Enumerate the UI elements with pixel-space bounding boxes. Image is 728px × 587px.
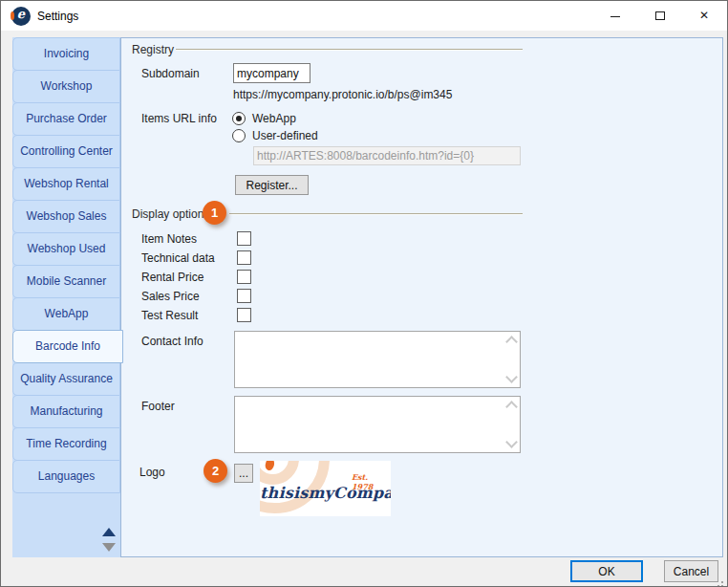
display-options-group-title: Display options: [132, 207, 209, 221]
user-defined-url-input[interactable]: [253, 146, 521, 165]
sidebar-item-webshop-rental[interactable]: Webshop Rental: [12, 167, 120, 201]
sidebar-item-webapp[interactable]: WebApp: [12, 297, 120, 331]
maximize-button[interactable]: [638, 1, 682, 31]
sidebar-item-mobile-scanner[interactable]: Mobile Scanner: [12, 265, 120, 298]
contact-info-label: Contact Info: [141, 335, 203, 348]
app-logo-letter: e: [17, 7, 25, 21]
sidebar-item-barcode-info[interactable]: Barcode Info: [12, 330, 123, 363]
cancel-button[interactable]: Cancel: [664, 560, 718, 582]
sidebar-item-webshop-sales[interactable]: Webshop Sales: [12, 200, 120, 233]
footer-scroll-down-icon[interactable]: [507, 440, 516, 448]
footer-label: Footer: [141, 400, 175, 413]
window-title: Settings: [37, 10, 78, 23]
minimize-button[interactable]: [593, 1, 637, 31]
logo-browse-button[interactable]: ...: [234, 464, 253, 483]
minimize-icon: [610, 16, 620, 17]
sidebar-item-languages[interactable]: Languages: [12, 460, 120, 493]
close-button[interactable]: ✕: [682, 1, 726, 31]
sidebar-item-workshop[interactable]: Workshop: [12, 70, 120, 103]
user-defined-radio-label: User-defined: [252, 129, 318, 142]
register-button[interactable]: Register...: [235, 175, 309, 195]
resize-grip[interactable]: [714, 581, 716, 583]
rental-price-checkbox[interactable]: [237, 270, 251, 284]
contact-info-scroll-up-icon[interactable]: [507, 336, 516, 344]
contact-info-scroll-down-icon[interactable]: [507, 375, 516, 383]
registry-group-title: Registry: [132, 43, 174, 56]
sidebar-item-time-recording[interactable]: Time Recording: [12, 427, 120, 461]
items-url-info-label: Items URL info: [141, 112, 217, 125]
sidebar-item-controlling-center[interactable]: Controlling Center: [12, 135, 120, 168]
sidebar-item-purchase-order[interactable]: Purchase Order: [12, 102, 120, 136]
sales-price-checkbox[interactable]: [237, 289, 251, 303]
subdomain-label: Subdomain: [141, 67, 200, 80]
sidebar-item-invoicing[interactable]: Invoicing: [12, 37, 120, 71]
rental-price-label: Rental Price: [141, 271, 203, 284]
contact-info-textarea[interactable]: [234, 331, 521, 388]
app-logo-icon: e: [11, 7, 31, 26]
test-result-label: Test Result: [141, 309, 198, 322]
sidebar: Invoicing Workshop Purchase Order Contro…: [12, 37, 120, 557]
registry-group-line: [176, 49, 523, 51]
app-logo-accent: [11, 11, 14, 20]
maximize-icon: [655, 11, 665, 20]
annotation-badge-1: 1: [203, 201, 226, 225]
ok-button[interactable]: OK: [570, 560, 643, 582]
test-result-checkbox[interactable]: [237, 308, 251, 322]
settings-window: e Settings ✕ Invoicing Workshop Purchase…: [0, 0, 728, 587]
webapp-radio-label: WebApp: [252, 112, 296, 125]
footer-scroll-up-icon[interactable]: [507, 401, 516, 409]
webapp-radio[interactable]: [232, 112, 246, 125]
barcode-info-page: Registry Subdomain https://mycompany.pro…: [120, 37, 723, 557]
sidebar-item-webshop-used[interactable]: Webshop Used: [12, 232, 120, 266]
item-notes-checkbox[interactable]: [237, 231, 251, 246]
titlebar: e Settings ✕: [1, 1, 727, 31]
subdomain-url-text: https://mycompany.protonic.io/b/ps@im345: [233, 88, 452, 101]
sales-price-label: Sales Price: [141, 290, 200, 303]
subdomain-input[interactable]: [233, 63, 310, 83]
item-notes-label: Item Notes: [141, 232, 197, 246]
display-options-group-line: [229, 213, 523, 215]
company-logo-image: thisismyCompany Est. 1978: [260, 461, 391, 516]
annotation-badge-2: 2: [203, 459, 227, 483]
footer-textarea[interactable]: [234, 396, 521, 453]
sidebar-item-quality-assurance[interactable]: Quality Assurance: [12, 362, 120, 396]
sidebar-item-manufacturing[interactable]: Manufacturing: [12, 395, 120, 428]
user-defined-radio[interactable]: [232, 129, 246, 142]
logo-label: Logo: [139, 466, 165, 479]
close-icon: ✕: [682, 1, 726, 31]
technical-data-label: Technical data: [141, 251, 215, 265]
sidebar-scroll-up-icon[interactable]: [102, 528, 116, 536]
technical-data-checkbox[interactable]: [237, 250, 251, 265]
sidebar-scroll-down-icon[interactable]: [102, 543, 116, 552]
logo-est-text: Est. 1978: [352, 472, 391, 491]
